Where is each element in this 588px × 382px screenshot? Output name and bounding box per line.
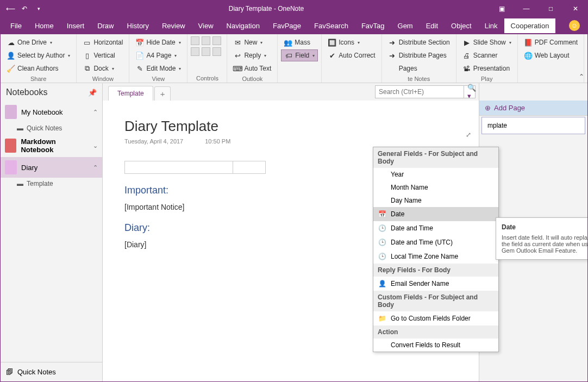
menu-draw[interactable]: Draw <box>91 18 120 33</box>
search-box[interactable]: 🔍▾ <box>375 85 476 98</box>
menu-home[interactable]: Home <box>28 18 60 33</box>
control-icon[interactable] <box>212 36 221 45</box>
section-icon: ▬ <box>17 180 23 187</box>
field-menu-item[interactable]: Day Name <box>373 194 498 207</box>
ribbon-clean-authors[interactable]: 🧹Clean Authors <box>4 62 73 74</box>
notebook-item[interactable]: Diary⌃ <box>1 157 102 178</box>
page-title[interactable]: Diary Template <box>124 118 457 135</box>
ribbon-presentation[interactable]: 📽Presentation <box>460 62 514 74</box>
qat-customize-icon[interactable]: ▾ <box>34 4 43 13</box>
control-icon[interactable] <box>191 47 199 56</box>
sidebar-title: Notebooks <box>6 87 48 97</box>
ribbon-a4-page[interactable]: 📄A4 Page▾ <box>133 49 184 61</box>
Edit Mode-icon: ✎ <box>135 64 144 73</box>
ribbon-auto-text[interactable]: ⌨Auto Text <box>230 62 274 74</box>
field-menu-item[interactable]: 🕒Local Time Zone Name <box>373 249 498 264</box>
ribbon-new[interactable]: ✉New▾ <box>230 36 274 48</box>
Auto Correct-icon: ✔ <box>328 51 336 60</box>
chevron-icon[interactable]: ⌃ <box>93 109 98 116</box>
section-tab[interactable]: Template <box>108 86 153 101</box>
ribbon-select-by-author[interactable]: 👤Select by Author▾ <box>4 49 73 61</box>
control-icon[interactable] <box>202 47 210 56</box>
ribbon-one-drive[interactable]: ☁One Drive▾ <box>4 36 73 48</box>
menu-link[interactable]: Link <box>478 18 504 33</box>
ribbon-auto-correct[interactable]: ✔Auto Correct <box>325 49 378 61</box>
search-input[interactable] <box>376 88 464 96</box>
undo-icon[interactable]: ↶ <box>20 4 29 13</box>
tooltip: Date Insert date field. It will auto rep… <box>496 217 588 260</box>
pin-icon[interactable]: 📌 <box>88 89 97 97</box>
ribbon-icons[interactable]: 🔲Icons▾ <box>325 36 378 48</box>
maximize-button[interactable]: □ <box>539 1 563 17</box>
field-menu-item[interactable]: 👤Email Sender Name <box>373 277 498 291</box>
menu-view[interactable]: View <box>192 18 220 33</box>
Horizontal-icon: ▭ <box>83 38 91 47</box>
ribbon-edit-mode[interactable]: ✎Edit Mode▾ <box>133 62 184 74</box>
ribbon-horizontal[interactable]: ▭Horizontal <box>80 36 126 48</box>
field-menu-item[interactable]: 🕒Date and Time <box>373 221 498 235</box>
fullscreen-icon[interactable]: ⤢ <box>466 131 471 139</box>
add-page-button[interactable]: ⊕ Add Page <box>479 101 587 116</box>
chevron-icon[interactable]: ⌄ <box>93 142 98 149</box>
field-menu-item[interactable]: 📅Date <box>373 207 498 221</box>
menu-favpage[interactable]: FavPage <box>266 18 308 33</box>
menu-history[interactable]: History <box>121 18 155 33</box>
feedback-icon[interactable]: ☺ <box>569 20 580 31</box>
ribbon-field[interactable]: 🏷Field▾ <box>281 49 318 61</box>
menu-navigation[interactable]: Navigation <box>220 18 266 33</box>
ribbon-scanner[interactable]: 🖨Scanner <box>460 49 514 61</box>
field-menu-item[interactable]: Year <box>373 168 498 181</box>
menu-favtag[interactable]: FavTag <box>355 18 391 33</box>
menu-review[interactable]: Review <box>155 18 192 33</box>
field-menu-item[interactable]: 🕒Date and Time (UTC) <box>373 235 498 249</box>
ribbon-mass[interactable]: 👥Mass <box>281 36 318 48</box>
menu-edit[interactable]: Edit <box>420 18 445 33</box>
field-menu-item[interactable]: Month Name <box>373 181 498 194</box>
ribbon-group-label <box>325 80 378 82</box>
minimize-button[interactable]: — <box>514 1 539 17</box>
ribbon-vertical[interactable]: ▯Vertical <box>80 49 126 61</box>
menu-section-header: General Fields - For Subject and Body <box>373 147 498 168</box>
ribbon-web-layout[interactable]: 🌐Web Layout <box>521 49 580 61</box>
ribbon-pages[interactable]: Pages <box>385 62 453 74</box>
control-icon[interactable] <box>191 36 199 45</box>
chevron-down-icon: ▾ <box>509 40 511 45</box>
ribbon-group-label: Play <box>460 74 514 82</box>
ribbon-pdf-comment[interactable]: 📕PDF Comment <box>521 36 580 48</box>
Icons-icon: 🔲 <box>328 38 336 47</box>
ribbon-distribute-section[interactable]: ➜Distribute Section <box>385 36 453 48</box>
menu-favsearch[interactable]: FavSearch <box>308 18 355 33</box>
quick-notes-button[interactable]: 🗐 Quick Notes <box>1 362 102 381</box>
search-icon[interactable]: 🔍▾ <box>464 86 479 98</box>
ribbon-hide-date[interactable]: 📅Hide Date▾ <box>133 36 184 48</box>
notebook-item[interactable]: Markdown Notebook⌄ <box>1 134 102 157</box>
menu-item-icon: 🕒 <box>378 252 386 261</box>
ribbon-group-label: Controls <box>191 74 223 82</box>
notebook-section[interactable]: ▬Quick Notes <box>1 122 102 134</box>
menu-insert[interactable]: Insert <box>60 18 91 33</box>
notebook-item[interactable]: My Notebook⌃ <box>1 102 102 122</box>
control-icon[interactable] <box>202 36 210 45</box>
ribbon-distribute-pages[interactable]: ➜Distribute Pages <box>385 49 453 61</box>
add-section-button[interactable]: + <box>154 86 171 101</box>
ribbon-slide-show[interactable]: ▶Slide Show▾ <box>460 36 514 48</box>
menu-file[interactable]: File <box>4 18 28 33</box>
ribbon-reply[interactable]: ↩Reply▾ <box>230 49 274 61</box>
notebook-section[interactable]: ▬Template <box>1 178 102 190</box>
close-button[interactable]: ✕ <box>563 1 587 17</box>
menu-cooperation[interactable]: Cooperation <box>504 18 556 33</box>
field-menu-item[interactable]: Convert Fields to Result <box>373 339 498 352</box>
menu-object[interactable]: Object <box>445 18 478 33</box>
ribbon-display-icon[interactable]: ▣ <box>490 1 514 17</box>
ribbon-dock[interactable]: ⧉Dock▾ <box>80 62 126 74</box>
back-icon[interactable]: ⟵ <box>6 4 15 13</box>
control-icon[interactable] <box>212 47 221 56</box>
Field-icon: 🏷 <box>284 51 293 60</box>
ribbon-collapse-icon[interactable]: ⌃ <box>579 73 584 80</box>
menu-gem[interactable]: Gem <box>391 18 420 33</box>
menu-section-header: Action <box>373 325 498 339</box>
field-menu-item[interactable]: 📁Go to Custom Fields Folder <box>373 311 498 325</box>
page-list-item[interactable]: mplate <box>481 117 585 134</box>
menu-section-header: Reply Fields - For Body <box>373 264 498 277</box>
chevron-icon[interactable]: ⌃ <box>93 164 98 171</box>
